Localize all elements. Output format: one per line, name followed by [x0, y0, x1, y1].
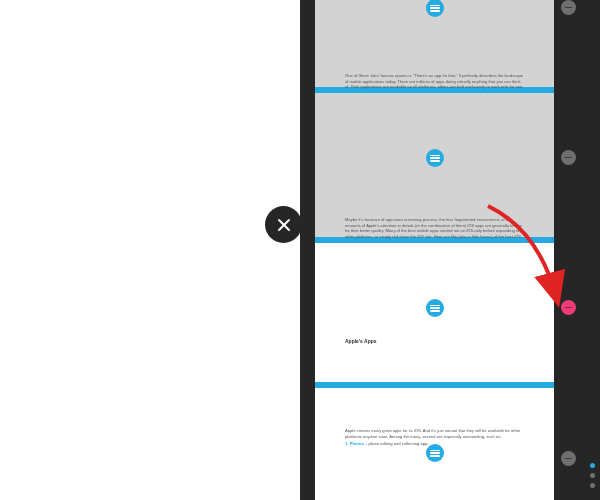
page-dot-3 — [590, 483, 595, 488]
drag-icon — [430, 305, 440, 312]
minus-icon — [565, 458, 572, 460]
drag-handle-3[interactable] — [426, 299, 444, 317]
minus-icon — [565, 7, 572, 9]
section-4[interactable]: Apple creates many great apps for its iO… — [315, 385, 554, 500]
section-3-heading: Apple's Apps — [345, 338, 377, 344]
page-dot-1 — [590, 463, 595, 468]
remove-section-4[interactable] — [561, 451, 576, 466]
remove-section-2[interactable] — [561, 150, 576, 165]
editor-stage: One of Steve Jobs' famous quotes is "The… — [300, 0, 600, 500]
drag-icon — [430, 5, 440, 12]
drag-handle-4[interactable] — [426, 444, 444, 462]
close-button[interactable] — [265, 206, 302, 243]
minus-icon — [565, 157, 572, 159]
page-indicator[interactable] — [590, 463, 595, 488]
minus-icon — [565, 307, 572, 309]
list-item-number: 1. — [345, 441, 349, 446]
document-preview: One of Steve Jobs' famous quotes is "The… — [315, 0, 554, 500]
list-item-title: Photos — [350, 441, 364, 446]
close-icon — [277, 218, 291, 232]
section-4-text: Apple creates many great apps for its iO… — [345, 428, 524, 439]
remove-section-3[interactable] — [561, 300, 576, 315]
page-dot-2 — [590, 473, 595, 478]
remove-section-1[interactable] — [561, 0, 576, 15]
list-item-rest: – photo editing and collecting app. — [364, 441, 429, 446]
drag-handle-2[interactable] — [426, 149, 444, 167]
drag-icon — [430, 155, 440, 162]
drag-icon — [430, 450, 440, 457]
